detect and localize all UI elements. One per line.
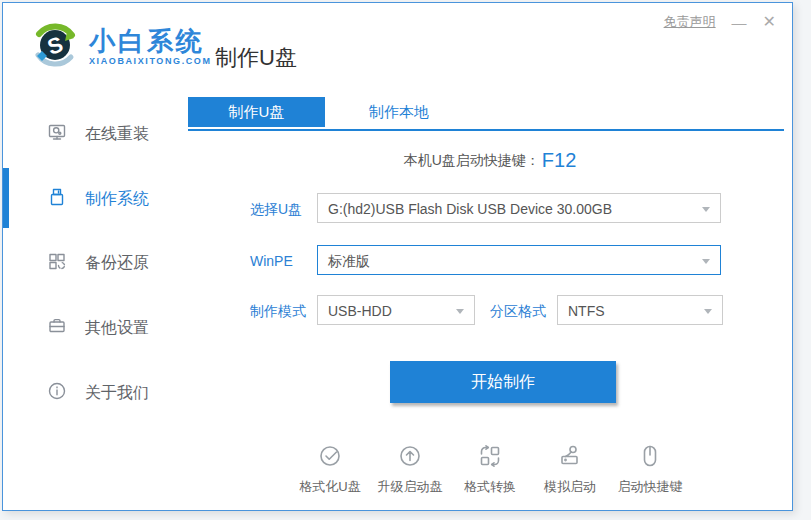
page-title: 制作U盘 (215, 43, 297, 73)
tool-boot-hotkey[interactable]: 启动快捷键 (610, 443, 690, 496)
info-icon (47, 381, 67, 405)
disclaimer-link[interactable]: 免责声明 (664, 13, 716, 31)
mouse-icon (637, 455, 663, 472)
partition-select-value: NTFS (568, 303, 605, 319)
tabbar: 制作U盘 制作本地 (188, 97, 784, 131)
briefcase-icon (47, 316, 67, 340)
chevron-down-icon (702, 207, 710, 212)
close-button[interactable]: ✕ (763, 14, 776, 30)
tools-row: 格式化U盘 升级启动盘 格式转换 (188, 443, 792, 496)
sidebar-item-online-reinstall[interactable]: 在线重装 (47, 119, 149, 149)
partition-select-dropdown[interactable]: NTFS (557, 295, 723, 325)
mode-select-label: 制作模式 (250, 303, 306, 321)
tool-label: 升级启动盘 (370, 478, 450, 496)
winpe-select-value: 标准版 (328, 253, 370, 269)
minimize-button[interactable]: — (732, 15, 747, 30)
chevron-down-icon (704, 309, 712, 314)
sidebar-item-other-settings[interactable]: 其他设置 (47, 313, 149, 343)
sidebar-item-label: 关于我们 (85, 383, 149, 404)
tool-label: 模拟启动 (530, 478, 610, 496)
brand-domain: XIAOBAIXITONG.COM (89, 57, 212, 66)
usb-select-label: 选择U盘 (250, 201, 302, 219)
brand-name: 小白系统 (89, 28, 212, 54)
boot-hotkey-label: 本机U盘启动快捷键： (404, 152, 540, 168)
sidebar-item-label: 在线重装 (85, 124, 149, 145)
mode-select-dropdown[interactable]: USB-HDD (317, 295, 475, 325)
sidebar-active-indicator (3, 168, 9, 228)
tool-simulate-boot[interactable]: 模拟启动 (530, 443, 610, 496)
tool-label: 格式转换 (450, 478, 530, 496)
format-convert-icon (477, 455, 503, 472)
backup-restore-icon (47, 251, 67, 275)
winpe-select-dropdown[interactable]: 标准版 (317, 245, 721, 275)
tool-label: 启动快捷键 (610, 478, 690, 496)
app-window: 免责声明 — ✕ S 小白系统 XIAOBAIXITONG.COM 制作U盘 (2, 2, 793, 511)
tab-make-local[interactable]: 制作本地 (325, 97, 473, 127)
chevron-down-icon (456, 309, 464, 314)
usb-drive-icon (47, 187, 67, 211)
app-logo: S 小白系统 XIAOBAIXITONG.COM (29, 19, 212, 75)
logo-text: 小白系统 XIAOBAIXITONG.COM (89, 28, 212, 66)
start-make-button[interactable]: 开始制作 (390, 361, 616, 403)
usb-select-dropdown[interactable]: G:(hd2)USB Flash Disk USB Device 30.00GB (317, 193, 721, 223)
boot-hotkey-value: F12 (542, 149, 576, 171)
logo-swirl-icon: S (29, 19, 81, 75)
sidebar-item-make-system[interactable]: 制作系统 (47, 184, 149, 214)
tool-format-usb[interactable]: 格式化U盘 (290, 443, 370, 496)
partition-select-label: 分区格式 (490, 303, 546, 321)
sidebar-item-backup-restore[interactable]: 备份还原 (47, 248, 149, 278)
check-circle-icon (317, 455, 343, 472)
tool-upgrade-boot-disk[interactable]: 升级启动盘 (370, 443, 450, 496)
sidebar-item-about-us[interactable]: 关于我们 (47, 378, 149, 408)
winpe-select-label: WinPE (250, 253, 293, 269)
sidebar-item-label: 制作系统 (85, 189, 149, 210)
tool-label: 格式化U盘 (290, 478, 370, 496)
usb-select-value: G:(hd2)USB Flash Disk USB Device 30.00GB (328, 201, 612, 217)
boot-hotkey-line: 本机U盘启动快捷键：F12 (188, 149, 792, 172)
titlebar-controls: 免责声明 — ✕ (664, 13, 776, 31)
mode-select-value: USB-HDD (328, 303, 392, 319)
sidebar-item-label: 其他设置 (85, 318, 149, 339)
monitor-reinstall-icon (47, 122, 67, 146)
tool-format-convert[interactable]: 格式转换 (450, 443, 530, 496)
stamp-icon (557, 455, 583, 472)
chevron-down-icon (702, 259, 710, 264)
tab-make-usb[interactable]: 制作U盘 (188, 97, 325, 127)
sidebar-item-label: 备份还原 (85, 253, 149, 274)
arrow-up-circle-icon (397, 455, 423, 472)
